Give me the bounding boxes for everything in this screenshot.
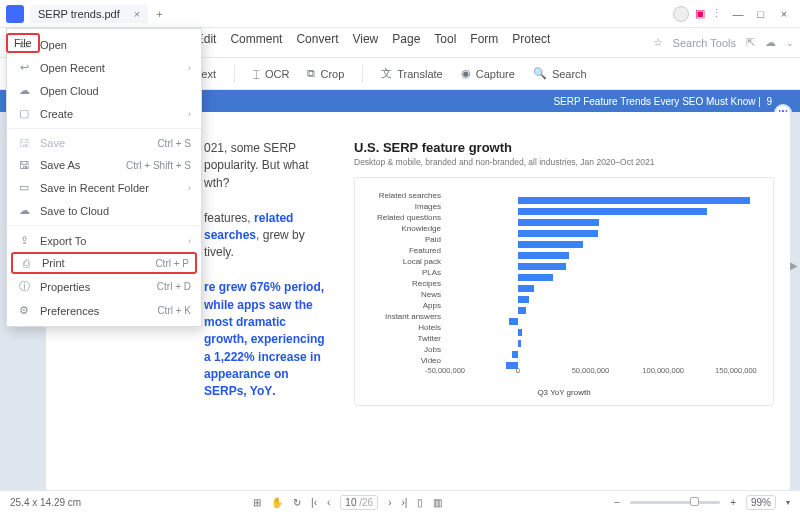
tab-protect[interactable]: Protect <box>512 32 550 54</box>
close-button[interactable]: × <box>774 8 794 20</box>
chart-bar: News <box>363 289 765 300</box>
cloud-icon[interactable]: ☁ <box>765 36 776 49</box>
document-tab[interactable]: SERP trends.pdf × <box>30 5 148 23</box>
minimize-button[interactable]: — <box>728 8 748 20</box>
print-icon: ⎙ <box>19 257 33 269</box>
menu-export-to[interactable]: ⇪Export To› <box>7 229 201 252</box>
chart-category-label: Local pack <box>363 257 445 266</box>
chart-bar: Apps <box>363 300 765 311</box>
folder-icon: ▭ <box>17 181 31 194</box>
zoom-out-icon[interactable]: − <box>614 497 620 508</box>
chart-category-label: Related questions <box>363 213 445 222</box>
chevron-right-icon: › <box>188 183 191 193</box>
chart-category-label: Jobs <box>363 345 445 354</box>
search-tools-icon[interactable]: ☆ <box>653 36 663 49</box>
translate-icon: 文 <box>381 66 392 81</box>
rotate-icon[interactable]: ↻ <box>293 497 301 508</box>
fit-page-icon[interactable]: ⊞ <box>253 497 261 508</box>
prev-page-icon[interactable]: ‹ <box>327 497 330 508</box>
menu-preferences[interactable]: ⚙PreferencesCtrl + K <box>7 299 201 322</box>
hand-icon[interactable]: ✋ <box>271 497 283 508</box>
close-tab-icon[interactable]: × <box>134 8 140 20</box>
zoom-chevron-icon[interactable]: ▾ <box>786 498 790 507</box>
chart-category-label: Recipes <box>363 279 445 288</box>
zoom-knob[interactable] <box>690 497 699 506</box>
tab-tool[interactable]: Tool <box>434 32 456 54</box>
titlebar: SERP trends.pdf × + ▣ ⋮ — □ × <box>0 0 800 28</box>
tab-form[interactable]: Form <box>470 32 498 54</box>
tab-title: SERP trends.pdf <box>38 8 120 20</box>
ocr-button[interactable]: ⌶OCR <box>253 68 289 80</box>
zoom-value[interactable]: 99% <box>746 495 776 510</box>
share-icon[interactable]: ⇱ <box>746 36 755 49</box>
statusbar: 25.4 x 14.29 cm ⊞ ✋ ↻ |‹ ‹ 10 /26 › ›| ▯… <box>0 490 800 514</box>
chevron-right-icon: › <box>188 109 191 119</box>
menu-save-as[interactable]: 🖫Save AsCtrl + Shift + S <box>7 154 201 176</box>
tab-convert[interactable]: Convert <box>296 32 338 54</box>
more-icon[interactable]: ⋮ <box>711 7 722 20</box>
camera-icon: ◉ <box>461 67 471 80</box>
capture-button[interactable]: ◉Capture <box>461 67 515 80</box>
app-icon <box>6 5 24 23</box>
chart-category-label: Apps <box>363 301 445 310</box>
zoom-in-icon[interactable]: + <box>730 497 736 508</box>
tab-view[interactable]: View <box>352 32 378 54</box>
translate-button[interactable]: 文Translate <box>381 66 442 81</box>
save-icon: 🖫 <box>17 137 31 149</box>
tab-page[interactable]: Page <box>392 32 420 54</box>
menu-save-recent-folder[interactable]: ▭Save in Recent Folder› <box>7 176 201 199</box>
continuous-page-icon[interactable]: ▥ <box>433 497 442 508</box>
menu-save-to-cloud[interactable]: ☁Save to Cloud <box>7 199 201 222</box>
menu-tabs: Home Edit Comment Convert View Page Tool… <box>150 32 551 54</box>
info-icon: ⓘ <box>17 279 31 294</box>
search-icon: 🔍 <box>533 67 547 80</box>
chart-category-label: PLAs <box>363 268 445 277</box>
menu-save: 🖫SaveCtrl + S <box>7 132 201 154</box>
clock-icon: ↩ <box>17 61 31 74</box>
export-icon: ⇪ <box>17 234 31 247</box>
chart-category-label: Video <box>363 356 445 365</box>
file-menu-button[interactable]: File <box>6 33 40 53</box>
file-menu: ▭Open ↩Open Recent› ☁Open Cloud ▢Create›… <box>6 28 202 327</box>
body-text: 021, some SERP popularity. But what wth?… <box>204 140 328 406</box>
chart-bar: Recipes <box>363 278 765 289</box>
last-page-icon[interactable]: ›| <box>401 497 407 508</box>
page-number-input[interactable]: 10 /26 <box>340 495 378 510</box>
notification-icon[interactable]: ▣ <box>695 7 705 20</box>
menu-create[interactable]: ▢Create› <box>7 102 201 125</box>
avatar[interactable] <box>673 6 689 22</box>
doc-header-page: 9 <box>766 96 772 107</box>
zoom-slider[interactable] <box>630 501 720 504</box>
chart-category-label: Instant answers <box>363 312 445 321</box>
next-page-icon[interactable]: › <box>388 497 391 508</box>
chart-bar: Instant answers <box>363 311 765 322</box>
chart-category-label: News <box>363 290 445 299</box>
menubar-chevron-icon[interactable]: ⌄ <box>786 38 794 48</box>
chart-category-label: Hotels <box>363 323 445 332</box>
crop-icon: ⧉ <box>307 67 315 80</box>
menu-print[interactable]: ⎙PrintCtrl + P <box>11 252 197 274</box>
search-tools-label[interactable]: Search Tools <box>673 37 736 49</box>
crop-button[interactable]: ⧉Crop <box>307 67 344 80</box>
single-page-icon[interactable]: ▯ <box>417 497 423 508</box>
next-page-arrow-icon[interactable]: ▶ <box>790 260 798 271</box>
menu-open-cloud[interactable]: ☁Open Cloud <box>7 79 201 102</box>
chevron-right-icon: › <box>188 63 191 73</box>
chart-tick: 0 <box>516 366 520 375</box>
ocr-icon: ⌶ <box>253 68 260 80</box>
chart-bar: Related searches <box>363 190 765 201</box>
chevron-right-icon: › <box>188 236 191 246</box>
chart-tick: 100,000,000 <box>642 366 684 375</box>
chart-subtitle: Desktop & mobile, branded and non-brande… <box>354 157 774 167</box>
chart-bar: Jobs <box>363 344 765 355</box>
menu-properties[interactable]: ⓘPropertiesCtrl + D <box>7 274 201 299</box>
search-button[interactable]: 🔍Search <box>533 67 587 80</box>
maximize-button[interactable]: □ <box>751 8 771 20</box>
chart-tick: 50,000,000 <box>572 366 610 375</box>
menu-open-recent[interactable]: ↩Open Recent› <box>7 56 201 79</box>
new-tab-button[interactable]: + <box>156 8 162 20</box>
chart-bar: Hotels <box>363 322 765 333</box>
first-page-icon[interactable]: |‹ <box>311 497 317 508</box>
tab-comment[interactable]: Comment <box>230 32 282 54</box>
window-controls: — □ × <box>728 8 794 20</box>
